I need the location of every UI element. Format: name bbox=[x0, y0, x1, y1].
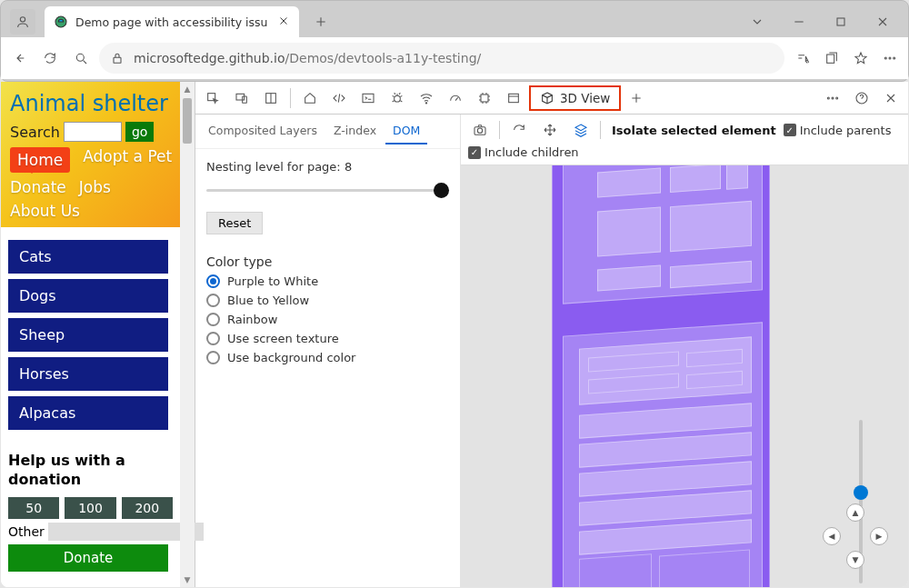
3d-settings-panel: Composited Layers Z-index DOM Nesting le… bbox=[195, 115, 461, 587]
preset-50[interactable]: 50 bbox=[8, 497, 59, 519]
joystick: ▲ ▼ ◀ ▶ bbox=[823, 503, 888, 569]
preset-200[interactable]: 200 bbox=[122, 497, 173, 519]
category-sheep[interactable]: Sheep bbox=[8, 318, 168, 352]
nav-donate[interactable]: Donate bbox=[10, 178, 66, 196]
profile-button[interactable] bbox=[10, 9, 35, 35]
svg-point-3 bbox=[76, 54, 84, 61]
more-icon bbox=[883, 51, 897, 65]
svg-point-14 bbox=[395, 95, 401, 102]
3d-viewport[interactable]: ▲ ▼ ◀ ▶ bbox=[461, 165, 908, 587]
tab-zindex[interactable]: Z-index bbox=[326, 118, 384, 145]
nav-adopt[interactable]: Adopt a Pet bbox=[83, 147, 172, 173]
maximize-button[interactable] bbox=[821, 8, 861, 35]
search-button[interactable] bbox=[68, 45, 94, 71]
layers-button[interactable] bbox=[569, 118, 593, 142]
url-field[interactable]: microsoftedge.github.io/Demos/devtools-a… bbox=[99, 43, 784, 74]
memory-tool[interactable] bbox=[471, 85, 498, 112]
add-tool[interactable] bbox=[623, 85, 650, 112]
sources-tool[interactable] bbox=[384, 85, 411, 112]
category-horses[interactable]: Horses bbox=[8, 357, 168, 391]
color-background[interactable]: Use background color bbox=[206, 351, 449, 364]
donate-button[interactable]: Donate bbox=[8, 544, 168, 572]
zoom-handle[interactable] bbox=[854, 485, 868, 500]
svg-rect-17 bbox=[509, 94, 519, 102]
color-blue-yellow[interactable]: Blue to Yellow bbox=[206, 294, 449, 307]
nav-home[interactable]: Home bbox=[10, 147, 70, 173]
svg-point-6 bbox=[884, 57, 886, 59]
color-rainbow[interactable]: Rainbow bbox=[206, 313, 449, 326]
page-scrollbar[interactable]: ▲ ▼ bbox=[180, 82, 195, 587]
new-tab-button[interactable] bbox=[308, 9, 334, 35]
more-tools[interactable] bbox=[819, 85, 846, 112]
refresh-button[interactable] bbox=[37, 45, 63, 71]
category-cats[interactable]: Cats bbox=[8, 240, 168, 274]
close-window-button[interactable] bbox=[863, 8, 903, 35]
close-devtools[interactable] bbox=[877, 85, 904, 112]
collections-button[interactable] bbox=[819, 45, 844, 71]
help-tool[interactable] bbox=[848, 85, 875, 112]
reset-button[interactable]: Reset bbox=[206, 212, 263, 234]
include-children-checkbox[interactable]: ✓Include children bbox=[468, 145, 901, 159]
chip-icon bbox=[477, 91, 492, 105]
nesting-slider[interactable] bbox=[206, 181, 449, 199]
app-tool[interactable] bbox=[500, 85, 527, 112]
svg-point-15 bbox=[425, 102, 426, 103]
tab-dom[interactable]: DOM bbox=[385, 118, 427, 145]
favorite-button[interactable] bbox=[848, 45, 874, 71]
color-purple-white[interactable]: Purple to White bbox=[206, 274, 449, 288]
color-type-options: Purple to White Blue to Yellow Rainbow U… bbox=[206, 274, 449, 364]
pan-up-button[interactable]: ▲ bbox=[846, 503, 864, 522]
checkbox-icon: ✓ bbox=[784, 124, 796, 136]
checkbox-icon: ✓ bbox=[468, 146, 481, 159]
chevron-down-icon bbox=[750, 15, 764, 29]
category-alpacas[interactable]: Alpacas bbox=[8, 396, 168, 430]
devices-icon bbox=[235, 91, 249, 105]
pan-left-button[interactable]: ◀ bbox=[823, 527, 841, 545]
caret-button[interactable] bbox=[737, 8, 777, 35]
gauge-icon bbox=[448, 91, 463, 105]
include-parents-checkbox[interactable]: ✓Include parents bbox=[784, 124, 892, 137]
read-aloud-button[interactable] bbox=[790, 45, 815, 71]
device-tool[interactable] bbox=[228, 85, 255, 112]
tab-composited[interactable]: Composited Layers bbox=[201, 118, 325, 145]
maximize-icon bbox=[834, 15, 848, 29]
go-button[interactable]: go bbox=[125, 122, 154, 142]
elements-tool[interactable] bbox=[325, 85, 353, 112]
3d-tabs: Composited Layers Z-index DOM bbox=[195, 115, 460, 149]
scroll-down-icon[interactable]: ▼ bbox=[180, 573, 195, 587]
rotate-button[interactable] bbox=[507, 118, 531, 142]
console-tool[interactable] bbox=[355, 85, 382, 112]
performance-tool[interactable] bbox=[442, 85, 469, 112]
wifi-icon bbox=[419, 91, 434, 105]
preset-100[interactable]: 100 bbox=[65, 497, 115, 519]
scroll-up-icon[interactable]: ▲ bbox=[180, 82, 195, 96]
color-screen-texture[interactable]: Use screen texture bbox=[206, 332, 449, 345]
nav-about[interactable]: About Us bbox=[10, 202, 80, 220]
scroll-thumb[interactable] bbox=[183, 98, 192, 144]
category-dogs[interactable]: Dogs bbox=[8, 279, 168, 313]
minimize-button[interactable] bbox=[779, 8, 819, 35]
main-nav: Home Adopt a Pet Donate Jobs About Us bbox=[10, 147, 173, 220]
3d-view-tab[interactable]: 3D View bbox=[529, 85, 621, 111]
menu-button[interactable] bbox=[877, 45, 903, 71]
pan-right-button[interactable]: ▶ bbox=[870, 527, 888, 545]
svg-point-7 bbox=[889, 57, 891, 59]
network-tool[interactable] bbox=[413, 85, 440, 112]
browser-tab[interactable]: Demo page with accessibility issu bbox=[45, 6, 299, 37]
dock-tool[interactable] bbox=[257, 85, 285, 112]
browser-chrome: Demo page with accessibility issu micros… bbox=[0, 0, 909, 82]
back-button[interactable] bbox=[6, 45, 32, 71]
pan-down-button[interactable]: ▼ bbox=[846, 551, 864, 569]
svg-rect-16 bbox=[481, 95, 488, 102]
svg-rect-10 bbox=[236, 94, 245, 100]
person-icon bbox=[15, 15, 30, 29]
dock-icon bbox=[264, 91, 278, 105]
donation-box: Help us with a donation 50 100 200 Other… bbox=[1, 443, 180, 581]
pan-button[interactable] bbox=[538, 118, 562, 142]
close-tab-icon[interactable] bbox=[277, 15, 290, 30]
inspect-tool[interactable] bbox=[199, 85, 226, 112]
nav-jobs[interactable]: Jobs bbox=[79, 178, 111, 196]
search-input[interactable] bbox=[64, 122, 122, 142]
welcome-tool[interactable] bbox=[296, 85, 324, 112]
snapshot-button[interactable] bbox=[468, 118, 492, 142]
